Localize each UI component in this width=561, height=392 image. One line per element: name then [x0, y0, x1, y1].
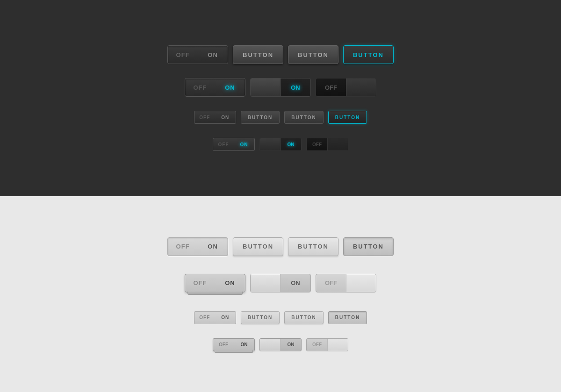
- dark-small-toggle-2[interactable]: OFF ON: [213, 138, 255, 151]
- toggle-light-off-2: OFF: [185, 279, 215, 286]
- slider-handle-right: [346, 78, 376, 96]
- dark-large-slider-on[interactable]: ON: [250, 78, 311, 97]
- toggle-small-on: ON: [215, 115, 236, 120]
- dark-large-slider-off[interactable]: OFF: [316, 78, 376, 97]
- toggle-small-light-off-2: OFF: [213, 342, 234, 347]
- slider-small-off-label: OFF: [307, 142, 327, 147]
- dark-small-slider-on[interactable]: ON: [259, 138, 302, 151]
- light-large-btn-3-active[interactable]: BUTTON: [343, 237, 394, 256]
- light-theme-section: OFF ON BUTTON BUTTON BUTTON OFF ON ON OF…: [0, 196, 561, 392]
- slider-handle-small-right: [327, 138, 348, 150]
- slider-light-off-label: OFF: [316, 279, 346, 286]
- slider-off-label: OFF: [316, 84, 346, 91]
- toggle-small-light-on: ON: [215, 315, 236, 320]
- light-small-btn-2[interactable]: BUTTON: [284, 311, 323, 324]
- toggle-off-label: OFF: [168, 51, 198, 58]
- toggle-small-on: ON: [234, 142, 254, 147]
- light-small-btn-3-active[interactable]: BUTTON: [328, 311, 367, 324]
- toggle-off-label: OFF: [185, 84, 215, 91]
- light-small-toggle-2[interactable]: OFF ON: [213, 338, 255, 351]
- toggle-small-off: OFF: [213, 142, 234, 147]
- slider-small-on-label: ON: [280, 142, 301, 147]
- dark-small-slider-off[interactable]: OFF: [306, 138, 348, 151]
- light-small-row1: OFF ON BUTTON BUTTON BUTTON: [194, 311, 367, 324]
- dark-small-row1: OFF ON BUTTON BUTTON BUTTON: [194, 111, 367, 124]
- light-small-btn-1[interactable]: BUTTON: [241, 311, 280, 324]
- dark-large-btn-2[interactable]: BUTTON: [288, 45, 338, 64]
- light-large-toggle-2[interactable]: OFF ON: [185, 274, 245, 292]
- slider-on-label: ON: [280, 84, 310, 91]
- light-large-row2: OFF ON ON OFF: [185, 274, 376, 292]
- light-large-slider-off[interactable]: OFF: [316, 274, 376, 292]
- light-small-slider-off[interactable]: OFF: [306, 338, 348, 351]
- slider-light-handle-right: [346, 274, 376, 292]
- slider-handle-small: [260, 138, 280, 150]
- slider-small-light-on-label: ON: [280, 342, 301, 347]
- light-large-row1: OFF ON BUTTON BUTTON BUTTON: [167, 237, 394, 256]
- dark-large-row1: OFF ON BUTTON BUTTON BUTTON: [167, 45, 394, 64]
- light-large-btn-1[interactable]: BUTTON: [233, 237, 283, 256]
- light-small-toggle-1[interactable]: OFF ON: [194, 311, 236, 324]
- light-small-row2: OFF ON ON OFF: [213, 338, 348, 351]
- dark-large-btn-3-active[interactable]: BUTTON: [343, 45, 394, 64]
- dark-large-toggle-2[interactable]: OFF ON: [185, 78, 245, 97]
- dark-small-row2: OFF ON ON OFF: [213, 138, 348, 151]
- light-small-slider-on[interactable]: ON: [259, 338, 302, 351]
- dark-small-btn-1[interactable]: BUTTON: [241, 111, 280, 124]
- dark-large-btn-1[interactable]: BUTTON: [233, 45, 283, 64]
- slider-light-on-label: ON: [280, 279, 310, 286]
- toggle-light-on: ON: [198, 243, 228, 250]
- toggle-small-light-off: OFF: [194, 315, 215, 320]
- slider-small-light-off-label: OFF: [307, 342, 327, 347]
- dark-small-toggle-1[interactable]: OFF ON: [194, 111, 236, 124]
- dark-small-btn-2[interactable]: BUTTON: [284, 111, 323, 124]
- light-large-toggle-1[interactable]: OFF ON: [167, 237, 228, 256]
- toggle-small-light-on-2: ON: [234, 342, 254, 347]
- toggle-on-label: ON: [215, 84, 245, 91]
- slider-handle: [251, 78, 280, 96]
- slider-small-light-handle: [260, 339, 280, 351]
- dark-small-btn-3-active[interactable]: BUTTON: [328, 111, 367, 124]
- toggle-light-off: OFF: [168, 243, 198, 250]
- dark-large-row2: OFF ON ON OFF: [185, 78, 376, 97]
- dark-theme-section: OFF ON BUTTON BUTTON BUTTON OFF ON ON OF…: [0, 0, 561, 196]
- toggle-light-on-2: ON: [215, 279, 245, 286]
- toggle-on-label: ON: [198, 51, 228, 58]
- slider-light-handle: [251, 274, 280, 292]
- slider-small-light-handle-right: [327, 339, 348, 351]
- light-large-slider-on[interactable]: ON: [250, 274, 311, 292]
- toggle-small-off: OFF: [194, 115, 215, 120]
- dark-large-toggle-1[interactable]: OFF ON: [167, 45, 228, 64]
- light-large-btn-2[interactable]: BUTTON: [288, 237, 338, 256]
